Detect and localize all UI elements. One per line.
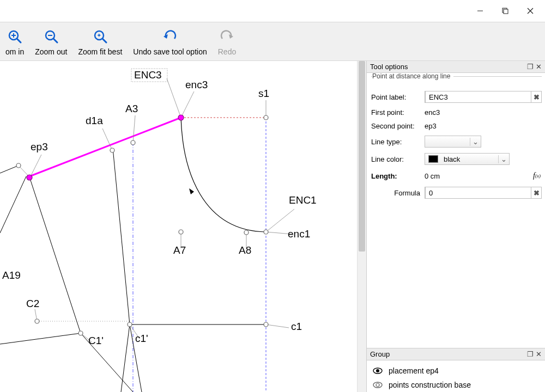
- zoom-fit-icon: ✦: [93, 27, 108, 46]
- svg-point-59: [27, 175, 32, 180]
- scrollbar-thumb[interactable]: [359, 61, 365, 252]
- group-item[interactable]: points construction base: [367, 378, 545, 392]
- point-label-ep3: ep3: [31, 141, 48, 152]
- svg-line-22: [29, 118, 181, 176]
- toolbar-label: Zoom out: [35, 46, 67, 59]
- point-label-input-wrap: ✖: [425, 91, 542, 103]
- tool-options-panel: Point at distance along line Point label…: [367, 73, 545, 348]
- svg-line-23: [0, 166, 19, 173]
- tool-options-panel-header: Tool options ❐ ✕: [367, 61, 545, 73]
- label-formula: Formula: [371, 189, 420, 197]
- eye-icon[interactable]: [372, 367, 383, 374]
- svg-point-62: [376, 369, 379, 372]
- point-label-C2: C2: [26, 298, 39, 309]
- maximize-button[interactable]: [493, 3, 518, 19]
- value-second-point: ep3: [425, 122, 542, 130]
- value-length: 0 cm: [425, 172, 528, 180]
- formula-input[interactable]: [425, 187, 531, 199]
- svg-line-34: [181, 91, 194, 118]
- point-label-enc1: enc1: [288, 228, 310, 240]
- point-label-c1: c1: [291, 321, 302, 332]
- undo-button[interactable]: Undo save tool option: [128, 27, 212, 59]
- toolbar-label: om in: [5, 46, 24, 59]
- toolbar-label: Redo: [218, 46, 236, 59]
- svg-line-6: [17, 39, 21, 42]
- label-line-color: Line color:: [371, 155, 420, 163]
- panel-close-icon[interactable]: ✕: [536, 63, 542, 71]
- redo-icon: [219, 27, 234, 46]
- group-list: placement ep4 points construction base: [367, 360, 545, 392]
- value-first-point: enc3: [425, 108, 542, 117]
- window-titlebar: [0, 0, 545, 22]
- svg-line-26: [0, 333, 81, 344]
- chevron-down-icon: ⌄: [498, 155, 509, 163]
- clear-point-label-icon[interactable]: ✖: [531, 93, 541, 101]
- canvas-vertical-scrollbar[interactable]: [357, 61, 366, 392]
- svg-point-50: [131, 140, 135, 145]
- svg-line-27: [0, 176, 26, 233]
- label-first-point: First point:: [371, 108, 420, 117]
- point-label-ENC1: ENC1: [289, 194, 317, 206]
- tool-subtitle: Point at distance along line: [372, 73, 453, 80]
- toolbar-label: Undo save tool option: [133, 46, 207, 59]
- svg-line-13: [102, 39, 106, 42]
- svg-line-24: [29, 177, 81, 333]
- zoom-fit-button[interactable]: ✦ Zoom fit best: [72, 27, 128, 59]
- svg-point-55: [128, 322, 132, 327]
- svg-point-49: [264, 322, 268, 327]
- svg-line-28: [113, 148, 130, 324]
- chevron-down-icon: ⌄: [470, 138, 481, 146]
- close-button[interactable]: [518, 3, 543, 19]
- group-panel-title: Group: [370, 350, 527, 358]
- svg-line-38: [133, 115, 135, 143]
- svg-point-64: [376, 383, 379, 387]
- svg-point-56: [78, 331, 83, 335]
- panel-close-icon[interactable]: ✕: [536, 350, 542, 358]
- point-label-enc3: enc3: [185, 79, 208, 90]
- point-label-A19: A19: [2, 270, 21, 281]
- point-label-d1a: d1a: [86, 115, 103, 126]
- formula-input-wrap: ✖: [425, 187, 542, 199]
- svg-line-43: [266, 324, 289, 328]
- panel-float-icon[interactable]: ❐: [527, 63, 534, 71]
- point-label-c1p: c1': [135, 333, 148, 344]
- color-swatch: [428, 155, 438, 163]
- drawing-canvas[interactable]: ENC3 enc3 s1 A3 d1a ep3 A7 A8 ENC1 enc1 …: [0, 61, 367, 392]
- label-second-point: Second point:: [371, 122, 420, 130]
- panel-float-icon[interactable]: ❐: [527, 350, 534, 358]
- line-type-select[interactable]: ⌄: [425, 136, 481, 148]
- svg-rect-2: [504, 9, 508, 14]
- group-item-label: points construction base: [389, 381, 471, 389]
- panel-title-text: Tool options: [370, 63, 527, 71]
- toolbar-label: Zoom fit best: [78, 46, 122, 59]
- zoom-out-icon: [44, 27, 59, 46]
- group-item-label: placement ep4: [389, 366, 439, 375]
- svg-marker-31: [189, 188, 194, 194]
- group-panel: Group ❐ ✕ placement ep4 points: [367, 348, 545, 392]
- line-color-value: black: [441, 155, 498, 163]
- svg-point-47: [264, 115, 268, 120]
- line-color-select[interactable]: black ⌄: [425, 153, 510, 165]
- minimize-button[interactable]: [468, 3, 493, 19]
- clear-formula-icon[interactable]: ✖: [531, 189, 541, 197]
- svg-point-57: [35, 319, 39, 323]
- point-label-ENC3: ENC3: [134, 69, 162, 81]
- svg-line-33: [167, 78, 181, 118]
- group-panel-header: Group ❐ ✕: [367, 348, 545, 360]
- zoom-in-button[interactable]: om in: [0, 27, 29, 59]
- svg-point-58: [178, 115, 184, 120]
- eye-icon[interactable]: [372, 382, 383, 388]
- group-item[interactable]: placement ep4: [367, 364, 545, 378]
- svg-point-48: [264, 230, 268, 234]
- zoom-out-button[interactable]: Zoom out: [29, 27, 72, 59]
- point-label-A8: A8: [239, 244, 251, 256]
- label-point-label: Point label:: [371, 93, 420, 101]
- point-label-A7: A7: [173, 244, 186, 256]
- toolbar: om in Zoom out ✦ Zoom fit best Undo save…: [0, 22, 545, 61]
- undo-icon: [162, 27, 178, 46]
- redo-button[interactable]: Redo: [213, 27, 241, 59]
- point-label-C1p: C1': [88, 335, 104, 346]
- formula-fx-button[interactable]: f(x): [532, 170, 542, 181]
- svg-text:✦: ✦: [97, 33, 101, 38]
- point-label-input[interactable]: [425, 91, 531, 103]
